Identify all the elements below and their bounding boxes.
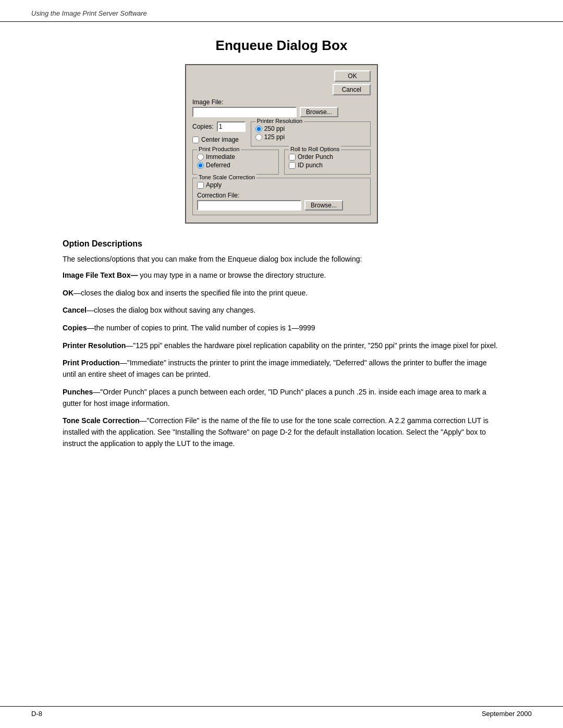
tone-scale-group: Tone Scale Correction Apply Correction F…: [192, 178, 371, 215]
printer-resolution-group: Printer Resolution 250 ppi 125 ppi: [251, 121, 371, 146]
correction-file-row: Browse...: [197, 200, 366, 211]
section-heading: Option Descriptions: [63, 239, 500, 249]
print-production-title: Print Production: [197, 146, 241, 152]
correction-file-input[interactable]: [197, 200, 301, 211]
resolution-125-radio[interactable]: [255, 134, 262, 141]
image-file-input[interactable]: [192, 107, 297, 117]
print-production-group: Print Production Immediate Deferred: [192, 150, 279, 175]
page-footer: D-8 September 2000: [0, 706, 563, 718]
center-image-row: Center image: [192, 136, 246, 143]
term-cancel: Cancel: [63, 306, 87, 314]
footer-right: September 2000: [482, 710, 532, 718]
desc-cancel: Cancel—closes the dialog box without sav…: [63, 305, 500, 316]
footer-left: D-8: [31, 710, 42, 718]
term-punches: Punches: [63, 388, 93, 396]
resolution-250-radio[interactable]: [255, 126, 262, 132]
desc-ok: OK—closes the dialog box and inserts the…: [63, 288, 500, 299]
center-image-label: Center image: [201, 136, 239, 143]
deferred-label: Deferred: [206, 162, 230, 169]
desc-print-production: Print Production—"Immediate" instructs t…: [63, 357, 500, 380]
copies-input[interactable]: [217, 121, 246, 132]
deferred-radio[interactable]: [197, 162, 204, 169]
ok-button[interactable]: OK: [334, 70, 371, 82]
resolution-125-row: 125 ppi: [255, 133, 366, 141]
id-punch-label: ID punch: [298, 162, 323, 169]
resolution-125-label: 125 ppi: [264, 133, 285, 141]
browse-button[interactable]: Browse...: [300, 107, 338, 117]
id-punch-checkbox[interactable]: [289, 162, 296, 169]
two-col-groups: Print Production Immediate Deferred Roll…: [192, 150, 371, 175]
apply-row: Apply: [197, 181, 366, 189]
dialog-top-buttons: OK Cancel: [192, 70, 371, 95]
correction-file-label: Correction File:: [197, 192, 366, 199]
deferred-row: Deferred: [197, 162, 274, 169]
id-punch-row: ID punch: [289, 162, 366, 169]
copies-row: Copies:: [192, 121, 246, 132]
immediate-radio[interactable]: [197, 154, 204, 161]
immediate-label: Immediate: [206, 153, 235, 161]
desc-image-file: Image File Text Box— you may type in a n…: [63, 270, 500, 281]
printer-resolution-title: Printer Resolution: [255, 118, 304, 124]
cancel-button[interactable]: Cancel: [333, 84, 371, 95]
term-ok: OK: [63, 289, 74, 297]
copies-label: Copies:: [192, 123, 214, 130]
section-intro: The selections/options that you can make…: [63, 254, 500, 265]
apply-checkbox[interactable]: [197, 182, 204, 189]
desc-printer-resolution: Printer Resolution—"125 ppi" enables the…: [63, 340, 500, 352]
resolution-250-row: 250 ppi: [255, 125, 366, 132]
dialog-box: OK Cancel Image File: Browse... Copies:: [185, 64, 378, 224]
term-image-file: Image File Text Box—: [63, 271, 138, 279]
desc-copies: Copies—the number of copies to print. Th…: [63, 323, 500, 334]
roll-to-roll-title: Roll to Roll Options: [289, 146, 341, 152]
order-punch-label: Order Punch: [298, 153, 333, 161]
image-file-label: Image File:: [192, 98, 371, 106]
dialog-container: OK Cancel Image File: Browse... Copies:: [63, 64, 500, 224]
apply-label: Apply: [206, 181, 222, 189]
term-printer-resolution: Printer Resolution: [63, 341, 126, 350]
order-punch-checkbox[interactable]: [289, 154, 296, 161]
term-copies: Copies: [63, 324, 87, 332]
resolution-250-label: 250 ppi: [264, 125, 285, 132]
browse2-button[interactable]: Browse...: [304, 200, 343, 211]
center-image-checkbox[interactable]: [192, 137, 199, 143]
term-print-production: Print Production: [63, 359, 120, 367]
page-content: Enqueue Dialog Box OK Cancel Image File:…: [0, 22, 563, 487]
roll-to-roll-group: Roll to Roll Options Order Punch ID punc…: [284, 150, 371, 175]
image-file-row: Browse...: [192, 107, 371, 117]
page-title: Enqueue Dialog Box: [63, 38, 500, 54]
page-header: Using the Image Print Server Software: [0, 0, 563, 22]
desc-tone-scale: Tone Scale Correction—"Correction File" …: [63, 415, 500, 449]
term-tone-scale: Tone Scale Correction: [63, 416, 140, 425]
desc-punches: Punches—"Order Punch" places a punch bet…: [63, 387, 500, 409]
tone-scale-title: Tone Scale Correction: [197, 174, 256, 180]
header-text: Using the Image Print Server Software: [31, 9, 147, 17]
order-punch-row: Order Punch: [289, 153, 366, 161]
option-descriptions-section: Option Descriptions The selections/optio…: [63, 239, 500, 449]
immediate-row: Immediate: [197, 153, 274, 161]
